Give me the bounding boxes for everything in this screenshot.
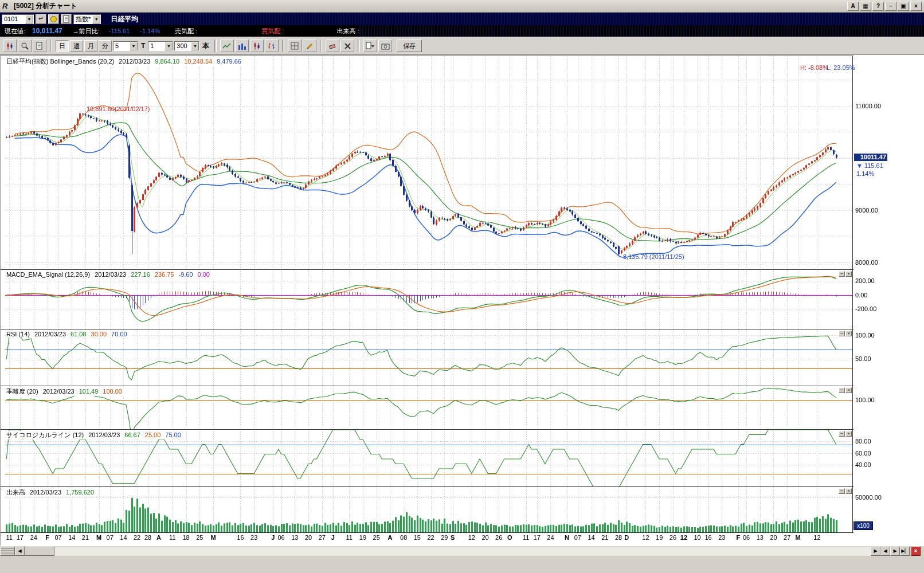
x-axis-label: 17 — [14, 534, 26, 541]
vol-panel-close-button[interactable]: × — [845, 488, 852, 494]
enter-button[interactable]: ↵ — [36, 14, 46, 24]
save-button[interactable]: 保存 — [397, 40, 422, 52]
jump-latest-button[interactable]: ▶▏ — [900, 547, 910, 556]
x-axis-label: 21 — [599, 534, 610, 541]
quote-bar: 現在値: 10,011.47 →前日比: -115.61 -1.14% 売気配 … — [0, 25, 924, 37]
macd-panel-header: MACD_EMA_Signal (12,26,9)2012/03/23227.1… — [6, 271, 214, 278]
macd-panel-minimize-button[interactable]: − — [839, 271, 845, 277]
rsi-panel-minimize-button[interactable]: − — [839, 331, 845, 336]
window-title: [5002] 分析チャート — [14, 1, 77, 11]
scrollbar-thumb[interactable] — [25, 547, 54, 556]
x-axis-label: 08 — [398, 534, 409, 541]
x-axis-label: 23 — [716, 534, 727, 541]
minute-interval-combo[interactable]: 5 ▼ — [113, 41, 138, 51]
memo-icon[interactable] — [61, 14, 72, 24]
chart-canvas[interactable] — [1, 55, 924, 545]
scrollbar-track[interactable] — [54, 547, 871, 556]
camera-svg — [381, 42, 390, 50]
draw-line-icon[interactable] — [303, 40, 316, 52]
x-axis-label: 25 — [194, 534, 205, 541]
splitter-grip[interactable] — [0, 547, 15, 556]
page-count-dropdown-icon[interactable]: ▼ — [165, 42, 173, 50]
axis-label-psych: 60.00 — [855, 450, 871, 457]
page-count-combo[interactable]: 1 ▼ — [148, 41, 173, 51]
x-axis-label: S — [447, 534, 459, 541]
x-axis-label: 19 — [357, 534, 369, 541]
low-annotation: 8,135.79 (2011/11/25) — [623, 253, 684, 260]
rsi-panel-close-button[interactable]: × — [845, 331, 852, 336]
rsi-panel-header: RSI (14)2012/03/2361.0830.0070.00 — [6, 331, 132, 337]
current-price-marker: 10011.47 — [854, 154, 887, 161]
copy-dropdown-icon[interactable] — [363, 40, 377, 52]
symbol-code-dropdown-icon[interactable]: ▼ — [25, 15, 33, 23]
axis-label-ratio: 100.00 — [855, 397, 875, 403]
minute-interval-dropdown-icon[interactable]: ▼ — [130, 42, 138, 50]
bar-count-combo[interactable]: 300 ▼ — [174, 41, 199, 51]
period-minute-button[interactable]: 分 — [99, 40, 112, 52]
macd-panel-close-button[interactable]: × — [845, 271, 852, 277]
x-axis-label: A — [384, 534, 396, 541]
chart-toolbar: 日 週 月 分 5 ▼ T 1 ▼ 300 ▼ 本 保存 — [0, 37, 924, 55]
font-size-button[interactable]: A — [847, 2, 859, 11]
period-day-button[interactable]: 日 — [56, 40, 69, 52]
panel-layout-button[interactable]: ▦ — [860, 2, 871, 11]
bar-count-dropdown-icon[interactable]: ▼ — [191, 42, 199, 50]
eraser-icon[interactable] — [326, 40, 339, 52]
vol-panel-minimize-button[interactable]: − — [839, 488, 845, 494]
x-axis-label: J — [327, 534, 339, 541]
header-value: 30.00 — [91, 331, 107, 337]
symbol-type-dropdown-icon[interactable]: ▼ — [92, 15, 100, 23]
ohlc-chart-icon[interactable] — [265, 40, 279, 52]
grid-icon[interactable] — [288, 40, 302, 52]
main-panel-header: 日経平均(指数) Bollinger_Bands (20,2)2012/03/2… — [6, 57, 246, 66]
zoom-icon[interactable] — [18, 40, 32, 52]
psych-panel-minimize-button[interactable]: − — [839, 431, 845, 437]
x-axis-label: 27 — [316, 534, 328, 541]
ratio-panel-minimize-button[interactable]: − — [839, 387, 845, 393]
x-axis-label: 13 — [289, 534, 300, 541]
x-axis-label: A — [153, 534, 165, 541]
psych-panel-close-button[interactable]: × — [845, 431, 852, 437]
candlestick-chart-icon[interactable] — [250, 40, 264, 52]
axis-label-rsi: 50.00 — [855, 355, 871, 362]
x-axis-label: N — [561, 534, 573, 541]
axis-label-main: 11000.00 — [855, 103, 881, 109]
page-next-button[interactable]: ▶ — [890, 547, 900, 556]
copy-page-icon[interactable] — [33, 40, 46, 52]
line-chart-icon[interactable] — [220, 40, 234, 52]
delete-drawing-icon[interactable] — [340, 40, 354, 52]
bar-count-value[interactable]: 300 — [175, 42, 191, 49]
new-chart-icon[interactable] — [3, 40, 17, 52]
page-prev-button[interactable]: ◀ — [880, 547, 890, 556]
x-axis-label: 20 — [768, 534, 779, 541]
page-count-value[interactable]: 1 — [148, 42, 165, 49]
x-axis-label: F — [42, 534, 53, 541]
scroll-right-button[interactable]: ▶ — [871, 547, 880, 556]
close-button[interactable]: × — [910, 2, 922, 11]
symbol-type-combo[interactable]: 指数* ▼ — [73, 14, 101, 24]
header-value: 100.00 — [103, 388, 122, 395]
minimize-button[interactable]: − — [885, 2, 896, 11]
header-value: 出来高 — [6, 489, 25, 496]
psych-panel-header: サイコロジカルライン (12)2012/03/2366.6725.0075.00 — [6, 431, 186, 439]
symbol-code-combo[interactable]: 0101 ▼ — [2, 14, 34, 24]
coin-icon[interactable] — [48, 14, 59, 24]
scroll-left-button[interactable]: ◀ — [15, 547, 25, 556]
chart-region: 日経平均(指数) Bollinger_Bands (20,2)2012/03/2… — [0, 55, 924, 545]
titlebar[interactable]: R [5002] 分析チャート A ▦ ? − ▣ × — [0, 0, 924, 13]
x-axis-label: 26 — [493, 534, 504, 541]
candlestick-chart-svg — [253, 42, 261, 50]
restore-button[interactable]: ▣ — [898, 2, 909, 11]
chart-close-button[interactable]: × — [911, 547, 921, 556]
ratio-panel-close-button[interactable]: × — [845, 387, 852, 393]
minute-interval-value[interactable]: 5 — [113, 42, 130, 49]
x-axis-label: 21 — [80, 534, 91, 541]
x-axis-label: 22 — [425, 534, 437, 541]
bar-chart-icon[interactable] — [235, 40, 249, 52]
screenshot-icon[interactable] — [378, 40, 392, 52]
symbol-code-value[interactable]: 0101 — [2, 15, 25, 22]
symbol-type-value[interactable]: 指数* — [74, 15, 92, 23]
period-week-button[interactable]: 週 — [70, 40, 83, 52]
period-month-button[interactable]: 月 — [84, 40, 97, 52]
help-button[interactable]: ? — [872, 2, 884, 11]
